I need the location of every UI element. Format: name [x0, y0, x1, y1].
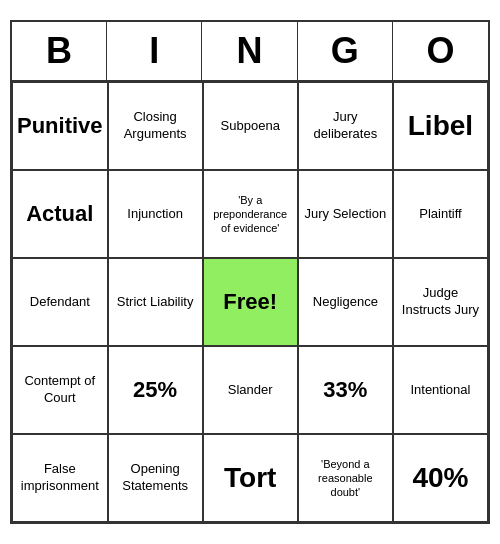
cell-text: 'By a preponderance of evidence'	[208, 193, 293, 236]
bingo-cell: Libel	[393, 82, 488, 170]
cell-text: Jury Selection	[305, 206, 387, 223]
cell-text: Punitive	[17, 112, 103, 141]
cell-text: Intentional	[410, 382, 470, 399]
bingo-cell: Tort	[203, 434, 298, 522]
header-letter: O	[393, 22, 488, 80]
cell-text: Injunction	[127, 206, 183, 223]
cell-text: Opening Statements	[113, 461, 198, 495]
bingo-cell: Strict Liability	[108, 258, 203, 346]
bingo-cell: Punitive	[12, 82, 108, 170]
cell-text: Tort	[224, 460, 276, 496]
bingo-cell: Slander	[203, 346, 298, 434]
header-letter: I	[107, 22, 202, 80]
header-letter: N	[202, 22, 297, 80]
cell-text: Slander	[228, 382, 273, 399]
bingo-cell: Intentional	[393, 346, 488, 434]
header-letter: B	[12, 22, 107, 80]
bingo-cell: Free!	[203, 258, 298, 346]
bingo-header: BINGO	[12, 22, 488, 82]
cell-text: Defendant	[30, 294, 90, 311]
bingo-cell: False imprisonment	[12, 434, 108, 522]
bingo-cell: Judge Instructs Jury	[393, 258, 488, 346]
bingo-cell: 40%	[393, 434, 488, 522]
cell-text: Judge Instructs Jury	[398, 285, 483, 319]
bingo-cell: Plaintiff	[393, 170, 488, 258]
cell-text: Subpoena	[221, 118, 280, 135]
bingo-cell: Jury deliberates	[298, 82, 393, 170]
bingo-grid: PunitiveClosing ArgumentsSubpoenaJury de…	[12, 82, 488, 522]
cell-text: Negligence	[313, 294, 378, 311]
bingo-cell: Closing Arguments	[108, 82, 203, 170]
cell-text: 33%	[323, 376, 367, 405]
bingo-cell: 'By a preponderance of evidence'	[203, 170, 298, 258]
cell-text: Free!	[223, 288, 277, 317]
cell-text: 40%	[412, 460, 468, 496]
cell-text: 25%	[133, 376, 177, 405]
cell-text: Closing Arguments	[113, 109, 198, 143]
cell-text: Jury deliberates	[303, 109, 388, 143]
header-letter: G	[298, 22, 393, 80]
bingo-cell: Defendant	[12, 258, 108, 346]
cell-text: Libel	[408, 108, 473, 144]
cell-text: Actual	[26, 200, 93, 229]
cell-text: 'Beyond a reasonable doubt'	[303, 457, 388, 500]
bingo-cell: Subpoena	[203, 82, 298, 170]
bingo-cell: 25%	[108, 346, 203, 434]
bingo-cell: Contempt of Court	[12, 346, 108, 434]
bingo-cell: Opening Statements	[108, 434, 203, 522]
bingo-cell: Actual	[12, 170, 108, 258]
bingo-cell: Injunction	[108, 170, 203, 258]
cell-text: False imprisonment	[17, 461, 103, 495]
bingo-cell: Negligence	[298, 258, 393, 346]
cell-text: Strict Liability	[117, 294, 194, 311]
cell-text: Plaintiff	[419, 206, 461, 223]
cell-text: Contempt of Court	[17, 373, 103, 407]
bingo-cell: Jury Selection	[298, 170, 393, 258]
bingo-cell: 33%	[298, 346, 393, 434]
bingo-card: BINGO PunitiveClosing ArgumentsSubpoenaJ…	[10, 20, 490, 524]
bingo-cell: 'Beyond a reasonable doubt'	[298, 434, 393, 522]
